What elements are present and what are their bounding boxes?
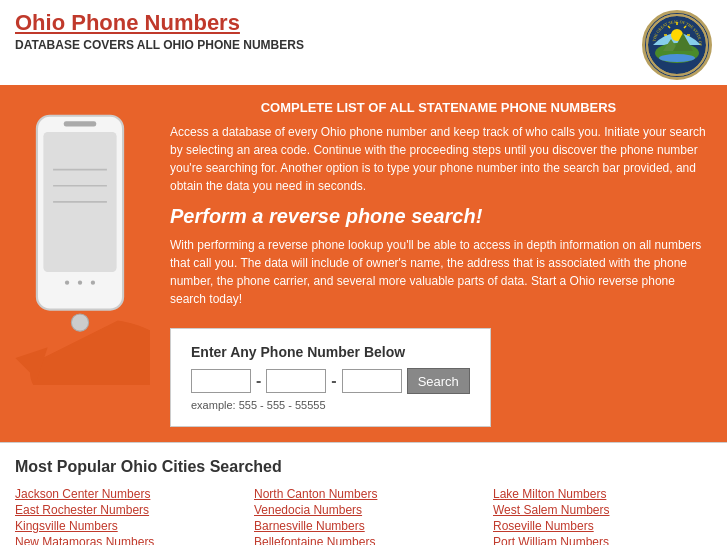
list-item[interactable]: West Salem Numbers [493,502,712,518]
list-item[interactable]: Roseville Numbers [493,518,712,534]
svg-point-18 [78,281,82,285]
list-item[interactable]: North Canton Numbers [254,486,473,502]
reverse-search-title: Perform a reverse phone search! [170,205,707,228]
list-item[interactable]: East Rochester Numbers [15,502,234,518]
search-section: Enter Any Phone Number Below - - Search … [170,328,491,427]
content-text-area: COMPLETE LIST OF ALL STATENAME PHONE NUM… [160,85,727,442]
svg-rect-15 [64,121,96,126]
svg-point-16 [71,314,88,331]
phone-segment-3[interactable] [342,369,402,393]
search-example-text: example: 555 - 555 - 55555 [191,399,470,411]
content-title: COMPLETE LIST OF ALL STATENAME PHONE NUM… [170,100,707,115]
list-item[interactable]: Port William Numbers [493,534,712,545]
list-item[interactable]: Jackson Center Numbers [15,486,234,502]
site-title[interactable]: Ohio Phone Numbers [15,10,304,36]
popular-cities-title: Most Popular Ohio Cities Searched [15,458,712,476]
list-item[interactable]: Lake Milton Numbers [493,486,712,502]
list-item[interactable]: Kingsville Numbers [15,518,234,534]
phone-input-group: - - Search [191,368,470,394]
site-subtitle: DATABASE COVERS ALL OHIO PHONE NUMBERS [15,38,304,52]
city-column: Lake Milton NumbersWest Salem NumbersRos… [493,486,712,545]
dash-2: - [331,372,336,390]
content-description: Access a database of every Ohio phone nu… [170,123,707,195]
phone-segment-2[interactable] [266,369,326,393]
city-column: Jackson Center NumbersEast Rochester Num… [15,486,234,545]
reverse-search-description: With performing a reverse phone lookup y… [170,236,707,308]
list-item[interactable]: Bellefontaine Numbers [254,534,473,545]
svg-point-17 [65,281,69,285]
city-grid: Jackson Center NumbersEast Rochester Num… [15,486,712,545]
ohio-seal-logo: THE GREAT SEAL OF THE STATE OF OHIO [642,10,712,80]
city-column: North Canton NumbersVenedocia NumbersBar… [254,486,473,545]
list-item[interactable]: Venedocia Numbers [254,502,473,518]
main-content-area: COMPLETE LIST OF ALL STATENAME PHONE NUM… [0,85,727,442]
list-item[interactable]: Barnesville Numbers [254,518,473,534]
svg-point-19 [91,281,95,285]
popular-cities-section: Most Popular Ohio Cities Searched Jackso… [0,443,727,545]
search-label: Enter Any Phone Number Below [191,344,470,360]
search-button[interactable]: Search [407,368,470,394]
dash-1: - [256,372,261,390]
list-item[interactable]: New Matamoras Numbers [15,534,234,545]
phone-segment-1[interactable] [191,369,251,393]
site-title-link[interactable]: Ohio Phone Numbers [15,10,240,35]
phone-graphic [0,85,160,442]
page-header: Ohio Phone Numbers DATABASE COVERS ALL O… [0,0,727,85]
svg-point-10 [659,54,695,62]
